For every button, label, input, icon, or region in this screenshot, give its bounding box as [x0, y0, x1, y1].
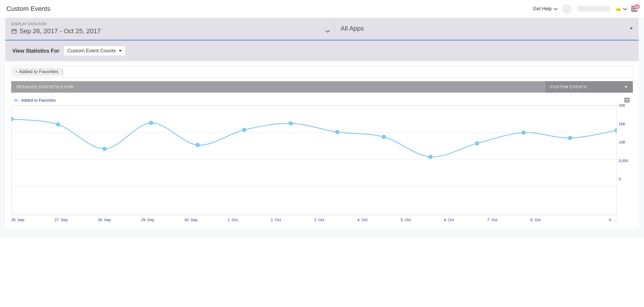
svg-point-22 [475, 141, 479, 146]
chevron-down-icon [623, 6, 627, 10]
date-range-filter[interactable]: DISPLAY DATA FOR: Sep 26, 2017 - Oct 25,… [5, 18, 335, 40]
svg-point-0 [564, 6, 570, 12]
svg-point-14 [102, 147, 107, 151]
svg-rect-3 [12, 29, 16, 33]
svg-point-21 [428, 155, 433, 159]
svg-point-13 [56, 122, 60, 127]
filter-bar: DISPLAY DATA FOR: Sep 26, 2017 - Oct 25,… [5, 18, 639, 41]
caret-down-icon [630, 28, 633, 29]
x-tick-label: 6. Oct [444, 218, 487, 222]
svg-point-23 [521, 131, 526, 135]
event-tag-input[interactable]: × Added to Favorites [11, 66, 633, 78]
chart-legend[interactable]: Added to Favorites [13, 98, 56, 103]
x-tick-label: 29. Sep [141, 218, 184, 222]
chart-context-menu-button[interactable] [623, 97, 631, 104]
custom-events-dropdown[interactable]: CUSTOM EVENTS [545, 81, 633, 93]
statistics-metric-value: Custom Event Counts [67, 48, 116, 54]
remove-tag-button[interactable]: × [15, 69, 18, 74]
x-tick-label: 27. Sep [54, 218, 98, 222]
chart-y-axis: 05,00010K15K20K [617, 105, 633, 179]
topbar-right: Get Help 12 [533, 4, 638, 14]
chart-plot-area[interactable] [11, 105, 617, 215]
x-tick-label: 28. Sep [98, 218, 141, 222]
detail-header: DETAILED STATISTICS FOR: CUSTOM EVENTS [11, 81, 633, 93]
svg-point-19 [335, 130, 340, 134]
y-tick-label: 15K [619, 121, 625, 126]
x-tick-label: 3. Oct [314, 218, 357, 222]
x-tick-label: 2. Oct [271, 218, 314, 222]
svg-point-2 [568, 8, 568, 9]
tag-chip: × Added to Favorites [13, 68, 60, 75]
chevron-down-icon [326, 29, 330, 33]
detail-statistics-label: DETAILED STATISTICS FOR: [11, 81, 545, 93]
display-data-label: DISPLAY DATA FOR: [11, 22, 328, 26]
y-tick-label: 10K [619, 140, 625, 144]
chart-x-axis: 26. Sep27. Sep28. Sep29. Sep30. Sep1. Oc… [11, 218, 633, 222]
x-tick-label: 4. Oct [357, 218, 401, 222]
x-tick-label: 7. Oct [487, 218, 530, 222]
page-body: DISPLAY DATA FOR: Sep 26, 2017 - Oct 25,… [0, 18, 644, 237]
tag-chip-label: Added to Favorites [19, 69, 58, 74]
page-title: Custom Events [6, 5, 50, 13]
get-help-menu[interactable]: Get Help [533, 6, 556, 11]
y-tick-label: 20K [619, 103, 625, 108]
legend-marker-icon [13, 99, 19, 102]
y-tick-label: 0 [619, 177, 621, 181]
text-cursor [62, 69, 62, 75]
svg-point-12 [11, 117, 14, 121]
x-tick-label: 9. … [574, 218, 617, 222]
svg-point-25 [615, 128, 617, 133]
username-blurred [578, 6, 610, 11]
app-filter[interactable]: All Apps [335, 18, 639, 40]
caret-down-icon [625, 86, 628, 88]
svg-point-16 [196, 143, 200, 147]
notification-badge: 12 [634, 4, 640, 9]
app-filter-value: All Apps [341, 25, 364, 32]
svg-point-24 [568, 136, 572, 140]
x-tick-label: 5. Oct [401, 218, 444, 222]
svg-point-15 [149, 121, 154, 125]
chart-zone: Added to Favorites 05,00010K15K20K 26. S… [11, 97, 633, 222]
stats-bar: View Statistics For Custom Event Counts [5, 41, 639, 61]
y-tick-label: 5,000 [619, 158, 628, 163]
svg-point-18 [288, 121, 293, 126]
smile-icon [564, 6, 570, 12]
topbar: Custom Events Get Help 12 [0, 0, 644, 18]
view-statistics-label: View Statistics For [12, 48, 59, 54]
caret-down-icon [119, 50, 122, 52]
crown-icon [615, 6, 622, 12]
avatar[interactable] [562, 4, 572, 14]
line-chart-svg [11, 106, 617, 214]
legend-series-name: Added to Favorites [21, 98, 56, 103]
svg-point-20 [382, 135, 386, 139]
custom-events-label: CUSTOM EVENTS [550, 85, 587, 89]
premium-menu[interactable] [615, 6, 626, 12]
x-tick-label: 8. Oct [530, 218, 574, 222]
calendar-icon [11, 28, 17, 34]
x-tick-label: 30. Sep [184, 218, 228, 222]
x-tick-label: 26. Sep [11, 218, 54, 222]
get-help-label: Get Help [533, 6, 552, 11]
main-panel: × Added to Favorites DETAILED STATISTICS… [5, 61, 639, 228]
svg-point-1 [566, 8, 566, 9]
date-range-value: Sep 26, 2017 - Oct 25, 2017 [19, 27, 101, 35]
chevron-down-icon [553, 6, 558, 10]
x-tick-label: 1. Oct [228, 218, 271, 222]
statistics-metric-select[interactable]: Custom Event Counts [64, 46, 126, 56]
svg-point-17 [242, 128, 246, 132]
main-menu-button[interactable]: 12 [631, 6, 638, 11]
